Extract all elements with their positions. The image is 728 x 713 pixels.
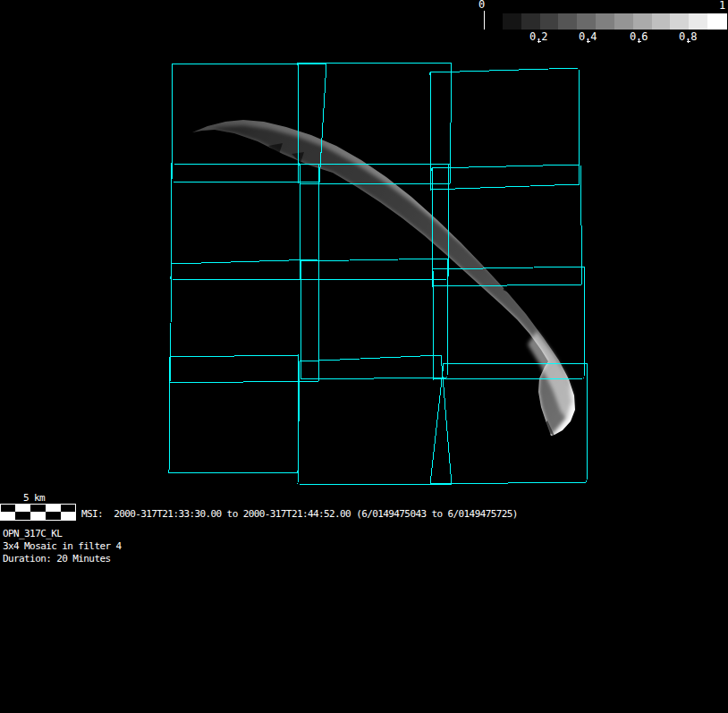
colorbar-step	[540, 13, 559, 30]
scale-bar-cell	[30, 504, 46, 512]
scale-bar-cell	[0, 512, 15, 520]
colorbar-step	[689, 13, 707, 30]
scale-bar-cell	[15, 504, 30, 512]
colorbar-step	[558, 13, 577, 30]
scale-bar-cell	[61, 504, 76, 512]
colorbar-step	[652, 13, 671, 30]
scale-bar-cell	[61, 512, 76, 520]
colorbar-step	[503, 13, 521, 30]
scale-bar-label: 5 km	[23, 492, 45, 505]
scale-bar-cell	[0, 504, 15, 512]
mosaic-display-canvas	[0, 0, 728, 713]
mosaic-planning-window: 0 1 0.20.40.60.8 5 km MSI: 2000-317T21:3…	[0, 0, 728, 713]
colorbar-tick-label: 0.2	[529, 31, 547, 43]
scale-bar-cell	[15, 512, 30, 520]
colorbar-step	[633, 13, 652, 30]
scale-bar-cell	[46, 504, 61, 512]
colorbar-step	[707, 13, 726, 30]
colorbar-tick-label: 0.6	[630, 31, 648, 43]
colorbar-step	[577, 13, 596, 30]
colorbar-step	[521, 13, 540, 30]
duration-text: Duration: 20 Minutes	[3, 553, 110, 565]
scale-bar-cell	[46, 512, 61, 520]
colorbar-step	[484, 13, 503, 30]
msi-status-line: MSI: 2000-317T21:33:30.00 to 2000-317T21…	[81, 508, 518, 521]
colorbar-min-label: 0	[478, 0, 485, 11]
colorbar-tick-label: 0.4	[579, 31, 597, 43]
colorbar-step	[596, 13, 614, 30]
colorbar-step	[614, 13, 633, 30]
colorbar-step	[670, 13, 689, 30]
scale-bar-checkerboard	[0, 504, 76, 521]
scale-bar-cell	[30, 512, 46, 520]
colorbar-max-label: 1	[719, 0, 725, 12]
black-background	[0, 0, 728, 713]
colorbar-tick-label: 0.8	[679, 31, 697, 43]
mosaic-description: 3x4 Mosaic in filter 4	[3, 540, 122, 553]
sequence-id: OPN_317C_KL	[3, 528, 62, 540]
